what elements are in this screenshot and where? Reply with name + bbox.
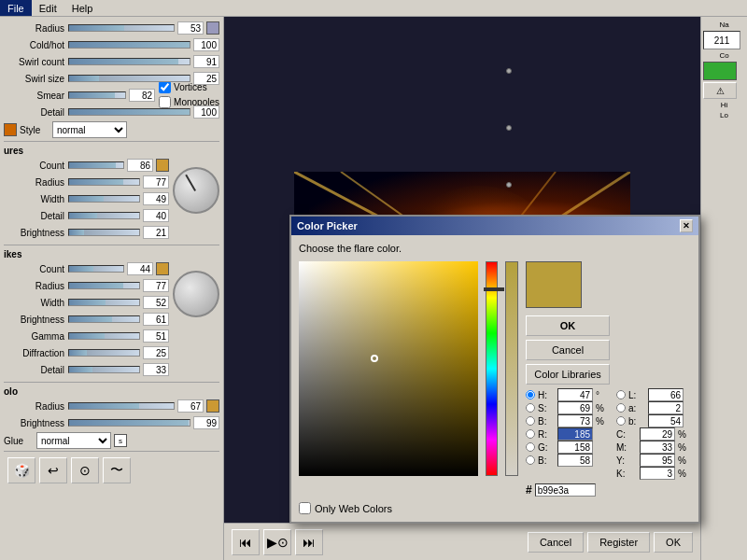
style-select[interactable]: normal [52,121,127,138]
cv-k-input[interactable] [640,467,675,480]
slider-swirl-count[interactable] [68,58,190,65]
radio-b2[interactable] [526,455,535,465]
radio-a[interactable] [616,403,626,413]
knob-ures[interactable] [173,167,219,214]
dialog-cancel-btn[interactable]: Cancel [526,340,610,360]
cv-y-unit: % [678,455,691,466]
radio-b[interactable] [526,416,535,426]
alpha-strip[interactable] [505,261,518,476]
right-value-box: 211 [703,31,740,49]
cv-b-input[interactable] [557,414,593,427]
right-hi-label: Hi [703,101,745,109]
param-label-ures-radius: Radius [4,177,64,188]
slider-detail-top[interactable] [68,108,190,116]
slider-swirl-size[interactable] [68,75,190,82]
section-title-ures: ures [4,146,219,156]
btn-undo[interactable]: ↩ [39,457,67,483]
cv-y-input[interactable] [640,454,675,467]
cv-c-input[interactable] [640,427,675,441]
knob-ikes[interactable] [173,271,219,317]
slider-ikes-brightness[interactable] [68,315,140,323]
btn-play[interactable]: ▶⊙ [263,529,291,555]
slider-radius[interactable] [68,24,175,32]
btn-random[interactable]: 🎲 [7,457,35,483]
swatch-ikes-count[interactable] [156,262,169,275]
check-only-web[interactable] [299,502,311,514]
dialog-libraries-btn[interactable]: Color Libraries [526,364,610,385]
hex-input[interactable] [535,483,596,497]
slider-ikes-width[interactable] [68,299,140,306]
value-smear: 82 [129,89,155,102]
cv-r-input[interactable] [557,427,593,441]
param-label-ures-detail: Detail [4,211,64,221]
btn-register-main[interactable]: Register [587,532,650,553]
radio-h[interactable] [526,390,535,399]
param-coldhot: Cold/hot 100 [4,37,219,52]
right-na-label: Na [703,21,745,29]
cv-m-input[interactable] [640,441,675,454]
dialog-ok-btn[interactable]: OK [526,315,610,336]
check-vortices[interactable] [159,81,171,93]
check-monopoles[interactable] [159,96,171,108]
cv-s-input[interactable] [557,401,593,414]
slider-smear[interactable] [68,91,126,99]
btn-prev[interactable]: ⏮ [232,529,260,555]
param-label-radius: Radius [4,23,64,34]
value-swirl-count: 91 [193,55,219,68]
slider-ures-detail[interactable] [68,212,140,219]
section-title-ikes: ikes [4,249,219,259]
style-label: Style [20,125,52,135]
swatch-radius[interactable] [206,21,219,35]
dialog-close-btn[interactable]: ✕ [680,219,693,232]
slider-ikes-radius[interactable] [68,282,140,289]
radio-b3[interactable] [616,416,626,426]
param-label-smear: Smear [4,91,64,101]
swatch-olo-radius[interactable] [206,399,219,413]
cv-b3-input[interactable] [648,414,684,427]
cv-a-input[interactable] [648,401,684,414]
slider-ures-radius[interactable] [68,178,140,186]
cv-l-input[interactable] [648,388,684,401]
radio-s[interactable] [526,403,535,413]
param-ures-count: Count 86 [4,158,169,173]
cv-r-label: R: [538,429,555,440]
menu-help[interactable]: Help [64,0,101,16]
divider-2 [4,245,219,245]
swatch-ures-count[interactable] [156,159,169,172]
slider-ures-brightness[interactable] [68,229,140,236]
cv-l-row: L: [616,388,691,401]
cv-h-input[interactable] [557,388,593,401]
slider-ikes-count[interactable] [68,265,124,273]
btn-cancel-main[interactable]: Cancel [528,532,584,553]
slider-olo-brightness[interactable] [68,419,190,427]
btn-ok-main[interactable]: OK [654,532,693,553]
menu-file[interactable]: File [0,0,32,16]
radio-l[interactable] [616,390,626,399]
btn-wave[interactable]: 〜 [103,457,131,483]
cv-b2-label: B: [538,455,555,466]
right-values-col: L: a: [616,388,691,480]
right-warning-btn[interactable]: ⚠ [703,82,737,99]
slider-ures-width[interactable] [68,195,140,203]
sparkle-dot-3 [506,182,512,188]
color-picker-dialog[interactable]: Color Picker ✕ Choose the flare color. [289,215,700,524]
color-field[interactable] [299,261,478,476]
radio-r[interactable] [526,429,535,439]
menu-edit[interactable]: Edit [32,0,64,16]
slider-ures-count[interactable] [68,161,124,169]
cv-g-input[interactable] [557,441,593,454]
btn-render[interactable]: ⊙ [71,457,99,483]
slider-coldhot[interactable] [68,41,190,49]
btn-next[interactable]: ⏭ [295,529,323,555]
hue-strip[interactable] [486,261,499,476]
radio-g[interactable] [526,442,535,452]
value-ures-brightness: 21 [143,226,169,239]
glue-select[interactable]: normal [36,432,111,449]
slider-ikes-gamma[interactable] [68,332,140,340]
cv-b2-input[interactable] [557,454,593,467]
cv-c-unit: % [678,429,691,440]
param-label-detail-top: Detail [4,107,64,118]
slider-olo-radius[interactable] [68,402,175,410]
slider-ikes-detail[interactable] [68,366,140,373]
slider-ikes-diffraction[interactable] [68,349,140,357]
